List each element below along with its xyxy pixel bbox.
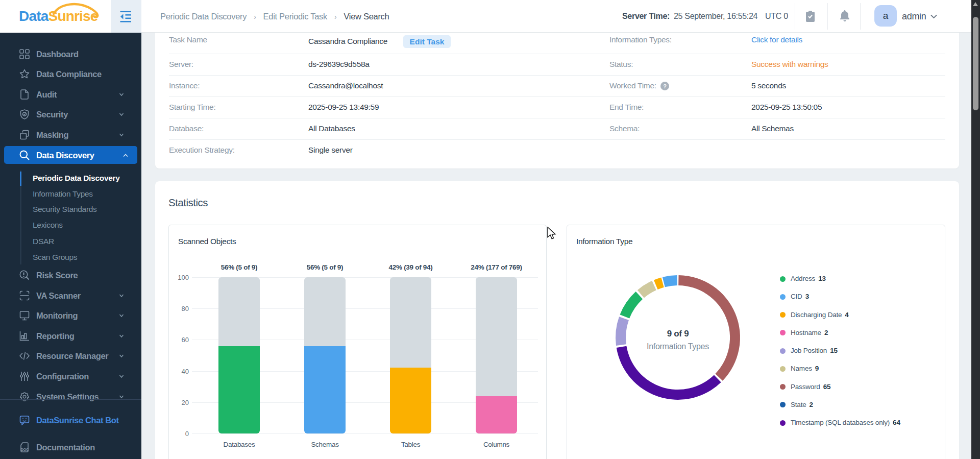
svg-text:DOC: DOC <box>20 447 29 452</box>
svg-text:?: ? <box>663 83 667 89</box>
